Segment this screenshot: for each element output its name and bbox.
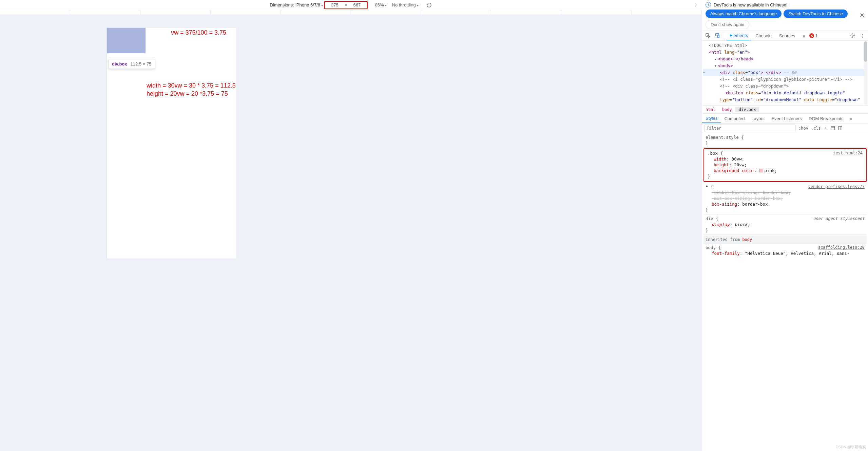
dom-selected-node[interactable]: <div class="box"> </div> == $0 <box>703 69 867 76</box>
dom-doctype: <!DOCTYPE html> <box>709 43 747 48</box>
svg-point-3 <box>852 35 853 36</box>
rule-body-source[interactable]: scaffolding.less:28 <box>818 245 865 250</box>
times-glyph: × <box>345 2 347 7</box>
styles-filter-row: :hov .cls ＋ <box>702 124 868 133</box>
devtools-tabstrip: Elements Console Sources » ✕ 1 ⋮ <box>702 31 868 41</box>
rendering-icon[interactable] <box>838 126 843 131</box>
throttling-select[interactable]: No throttling <box>392 2 419 7</box>
simulated-box-element[interactable] <box>107 28 146 53</box>
watermark: CSDN @李斯晚安 <box>836 445 866 450</box>
tab-elements[interactable]: Elements <box>726 31 751 40</box>
inherited-header: Inherited from body <box>703 236 867 244</box>
annotation-height: height = 20vw = 20 *3.75 = 75 <box>147 90 228 97</box>
tab-styles[interactable]: Styles <box>702 114 721 123</box>
styles-tabstrip: Styles Computed Layout Event Listeners D… <box>702 113 868 124</box>
elements-scrollbar[interactable] <box>864 41 867 105</box>
rule-div-ua[interactable]: user agent stylesheet div { display: blo… <box>703 215 867 235</box>
svg-rect-6 <box>838 126 842 130</box>
tab-sources[interactable]: Sources <box>776 31 799 40</box>
kebab-icon[interactable]: ⋮ <box>858 31 867 40</box>
tab-dom-breakpoints[interactable]: DOM Breakpoints <box>805 114 847 123</box>
switch-language-button[interactable]: Switch DevTools to Chinese <box>784 10 848 18</box>
cls-toggle[interactable]: .cls <box>811 126 821 131</box>
dimensions-label: Dimensions: <box>270 2 294 7</box>
styles-pane[interactable]: element.style { } test.html:24 .box { wi… <box>702 133 868 451</box>
rule-star-source[interactable]: vendor-prefixes.less:77 <box>808 184 865 190</box>
color-swatch[interactable] <box>759 169 763 172</box>
rule-box[interactable]: test.html:24 .box { width: 30vw; height:… <box>706 150 865 180</box>
height-input[interactable] <box>348 2 366 8</box>
crumb-body[interactable]: body <box>719 107 735 112</box>
more-options-icon[interactable]: ⋮ <box>690 0 700 10</box>
device-select[interactable]: iPhone 6/7/8 <box>295 2 323 7</box>
tab-computed[interactable]: Computed <box>721 114 748 123</box>
inspect-icon[interactable] <box>703 31 712 40</box>
emulation-stage: div.box 112.5 × 75 vw = 375/100 = 3.75 w… <box>0 15 702 451</box>
element-tooltip: div.box 112.5 × 75 <box>108 59 155 69</box>
tab-event-listeners[interactable]: Event Listeners <box>768 114 805 123</box>
error-number: 1 <box>815 33 818 38</box>
ruler <box>0 10 702 15</box>
rule-box-highlight: test.html:24 .box { width: 30vw; height:… <box>703 148 867 182</box>
devtools-panel: i DevTools is now available in Chinese! … <box>702 0 868 451</box>
svg-rect-1 <box>716 34 719 36</box>
svg-rect-4 <box>831 126 835 130</box>
error-count[interactable]: ✕ 1 <box>809 31 818 40</box>
dom-comment-2: <!-- <div class="dropdown"> <box>720 83 789 89</box>
width-input[interactable] <box>326 2 344 8</box>
styles-filter-input[interactable] <box>704 125 796 132</box>
annotation-width: width = 30vw = 30 * 3.75 = 112.5 <box>147 82 236 89</box>
computed-sidebar-icon[interactable] <box>830 126 835 131</box>
svg-rect-0 <box>706 34 709 36</box>
settings-icon[interactable] <box>848 31 857 40</box>
infobar: i DevTools is now available in Chinese! … <box>702 0 868 31</box>
infobar-message: DevTools is now available in Chinese! <box>714 2 788 7</box>
hov-toggle[interactable]: :hov <box>798 126 808 131</box>
dimensions-highlight: × <box>324 1 368 9</box>
zoom-select[interactable]: 86% <box>375 2 387 7</box>
new-rule-icon[interactable]: ＋ <box>824 125 828 131</box>
breadcrumb: html body div.box <box>702 105 868 113</box>
tab-console[interactable]: Console <box>752 31 775 40</box>
device-emulation-panel: Dimensions: iPhone 6/7/8 × 86% No thrott… <box>0 0 702 451</box>
rule-element-style[interactable]: element.style { } <box>703 134 867 148</box>
dom-comment-1: <!-- <i class="glyphicon glyphicon-pictu… <box>720 77 852 82</box>
error-dot-icon: ✕ <box>809 33 814 38</box>
rule-star[interactable]: vendor-prefixes.less:77 * { -webkit-box-… <box>703 183 867 214</box>
tooltip-selector: div.box <box>112 61 127 67</box>
emulation-toolbar: Dimensions: iPhone 6/7/8 × 86% No thrott… <box>0 0 702 10</box>
info-icon: i <box>706 2 711 7</box>
crumb-divbox[interactable]: div.box <box>735 107 759 112</box>
styles-tabs-overflow-icon[interactable]: » <box>847 114 855 123</box>
tabs-overflow-icon[interactable]: » <box>799 31 809 40</box>
elements-tree[interactable]: <!DOCTYPE html> <html lang="en"> ▸<head>… <box>702 41 868 105</box>
dismiss-button[interactable]: Don't show again <box>706 20 749 29</box>
rule-body[interactable]: scaffolding.less:28 body { font-family: … <box>703 244 867 257</box>
tooltip-dimensions: 112.5 × 75 <box>131 61 152 67</box>
device-viewport[interactable]: div.box 112.5 × 75 <box>107 28 236 259</box>
rotate-icon[interactable] <box>426 2 432 8</box>
close-icon[interactable]: ✕ <box>860 12 865 19</box>
tab-layout[interactable]: Layout <box>748 114 768 123</box>
rule-box-source[interactable]: test.html:24 <box>833 150 863 156</box>
device-toggle-icon[interactable] <box>713 31 722 40</box>
rule-div-source: user agent stylesheet <box>813 216 865 222</box>
match-language-button[interactable]: Always match Chrome's language <box>706 10 782 18</box>
crumb-html[interactable]: html <box>702 107 719 112</box>
annotation-vw: vw = 375/100 = 3.75 <box>171 29 226 36</box>
